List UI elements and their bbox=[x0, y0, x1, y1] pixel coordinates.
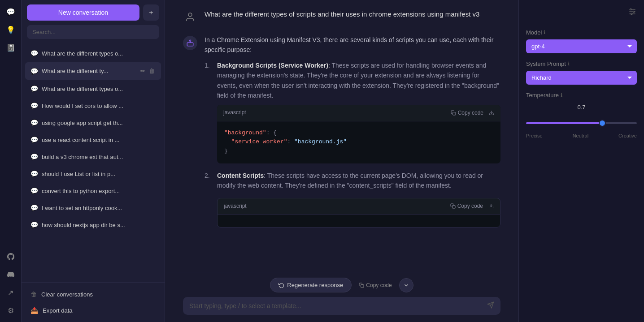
model-select[interactable]: gpt-4 gpt-3.5-turbo bbox=[526, 39, 637, 53]
chat-item-icon: 💬 bbox=[30, 187, 38, 194]
partial-code-actions: Copy code bbox=[450, 203, 494, 209]
panel-settings-button[interactable] bbox=[628, 7, 637, 18]
chat-area: What are the different types of scripts … bbox=[165, 0, 518, 272]
conversation-label: should I use List or list in p... bbox=[42, 171, 156, 177]
copy-code-bottom-label: Copy code bbox=[366, 282, 392, 288]
regenerate-button[interactable]: Regenerate response bbox=[270, 278, 352, 292]
github-nav-icon[interactable] bbox=[3, 249, 19, 265]
conversation-sidebar: New conversation 💬 What are the differen… bbox=[22, 0, 165, 322]
scroll-to-bottom-button[interactable] bbox=[399, 278, 413, 292]
conversation-item[interactable]: 💬 convert this to python export... bbox=[25, 183, 161, 199]
item-title: Content Scripts bbox=[217, 172, 264, 179]
right-panel: Model ℹ gpt-4 gpt-3.5-turbo System Promp… bbox=[518, 0, 644, 322]
item-colon: : bbox=[328, 62, 330, 69]
main-content: What are the different types of scripts … bbox=[165, 0, 518, 322]
code-body: "background": { "service_worker": "backg… bbox=[217, 121, 500, 163]
panel-header bbox=[526, 7, 637, 22]
list-item: 2. Content Scripts: These scripts have a… bbox=[205, 171, 500, 191]
conversation-list: 💬 What are the different types o... 💬 Wh… bbox=[22, 43, 165, 282]
code-header: javascript Copy code bbox=[217, 105, 500, 121]
temperature-neutral-label: Neutral bbox=[573, 133, 588, 138]
sidebar-footer: 🗑 Clear conversations 📤 Export data bbox=[22, 282, 165, 322]
conversation-item[interactable]: 💬 I want to set an httponly cook... bbox=[25, 200, 161, 216]
svg-point-13 bbox=[630, 9, 631, 10]
code-line: "service_worker": "background.js" bbox=[224, 137, 493, 147]
conversation-item[interactable]: 💬 build a v3 chrome ext that aut... bbox=[25, 149, 161, 165]
code-actions: Copy code bbox=[451, 110, 494, 116]
temperature-info-icon[interactable]: ℹ bbox=[561, 92, 562, 98]
download-partial-code-button[interactable] bbox=[488, 203, 494, 209]
svg-point-14 bbox=[633, 11, 635, 12]
chat-item-icon: 💬 bbox=[30, 136, 38, 143]
partial-code-body bbox=[217, 214, 500, 228]
system-prompt-select[interactable]: Richard Default Custom bbox=[526, 71, 637, 85]
bot-message-content: In a Chrome Extension using Manifest V3,… bbox=[205, 35, 500, 228]
model-label-text: Model bbox=[526, 29, 542, 36]
chat-item-icon: 💬 bbox=[30, 119, 38, 126]
user-avatar bbox=[183, 10, 197, 24]
bulb-nav-icon[interactable]: 💡 bbox=[3, 21, 19, 38]
bot-message: In a Chrome Extension using Manifest V3,… bbox=[183, 35, 500, 228]
user-message-text: What are the different types of scripts … bbox=[205, 9, 500, 24]
download-code-button[interactable] bbox=[489, 110, 494, 116]
regenerate-label: Regenerate response bbox=[287, 282, 343, 288]
delete-conversation-button[interactable]: 🗑 bbox=[148, 67, 156, 75]
search-input[interactable] bbox=[27, 25, 159, 39]
copy-code-bottom-button[interactable]: Copy code bbox=[359, 282, 392, 288]
conversation-item[interactable]: 💬 What are the different types o... bbox=[25, 81, 161, 97]
clear-conversations-button[interactable]: 🗑 Clear conversations bbox=[27, 286, 159, 302]
temperature-precise-label: Precise bbox=[526, 133, 543, 138]
conversation-item[interactable]: 💬 how should nextjs app dir be s... bbox=[25, 217, 161, 233]
trash-icon: 🗑 bbox=[30, 291, 37, 298]
icon-sidebar: 💬 💡 📓 ↗ ⚙ bbox=[0, 0, 22, 322]
model-info-icon[interactable]: ℹ bbox=[544, 30, 545, 35]
svg-rect-5 bbox=[452, 206, 455, 209]
export-icon: 📤 bbox=[30, 307, 38, 314]
conversation-label: How would I set cors to allow ... bbox=[42, 103, 156, 109]
code-line: } bbox=[224, 147, 493, 156]
sidebar-header: New conversation bbox=[22, 0, 165, 25]
code-language-label: javascript bbox=[223, 108, 246, 117]
model-label: Model ℹ bbox=[526, 29, 637, 36]
new-conversation-button[interactable]: New conversation bbox=[27, 4, 139, 21]
chat-nav-icon[interactable]: 💬 bbox=[3, 4, 19, 20]
code-block: javascript Copy code bbox=[217, 105, 500, 163]
send-message-button[interactable] bbox=[487, 301, 494, 310]
conversation-item[interactable]: 💬 use a react content script in ... bbox=[25, 132, 161, 148]
rename-conversation-button[interactable]: ✏ bbox=[139, 67, 146, 75]
chat-item-icon: 💬 bbox=[30, 85, 38, 92]
conversation-item[interactable]: 💬 using google app script get th... bbox=[25, 115, 161, 131]
chat-input[interactable] bbox=[189, 302, 483, 309]
temperature-slider[interactable] bbox=[526, 122, 637, 124]
export-data-button[interactable]: 📤 Export data bbox=[27, 302, 159, 318]
conversation-item[interactable]: 💬 How would I set cors to allow ... bbox=[25, 98, 161, 114]
temperature-creative-label: Creative bbox=[618, 133, 637, 138]
export-data-label: Export data bbox=[43, 307, 73, 314]
conversation-label: What are the different types o... bbox=[42, 50, 156, 57]
system-prompt-info-icon[interactable]: ℹ bbox=[568, 61, 570, 67]
notebook-nav-icon[interactable]: 📓 bbox=[3, 39, 19, 56]
item-title: Background Scripts (Service Worker) bbox=[217, 62, 328, 69]
conversation-item[interactable]: 💬 What are the different types o... bbox=[25, 45, 161, 61]
copy-partial-code-button[interactable]: Copy code bbox=[450, 203, 483, 209]
chat-item-icon: 💬 bbox=[30, 204, 38, 211]
conversation-item[interactable]: 💬 What are the different ty... ✏ 🗑 bbox=[25, 62, 161, 80]
settings-nav-icon[interactable]: ⚙ bbox=[3, 302, 19, 318]
bot-intro-text: In a Chrome Extension using Manifest V3,… bbox=[205, 35, 500, 55]
share-nav-icon[interactable]: ↗ bbox=[3, 284, 19, 301]
conversation-item[interactable]: 💬 should I use List or list in p... bbox=[25, 166, 161, 182]
copy-code-button[interactable]: Copy code bbox=[451, 110, 483, 116]
conversation-label: I want to set an httponly cook... bbox=[42, 205, 156, 211]
discord-nav-icon[interactable] bbox=[3, 266, 19, 283]
item-content: Content Scripts: These scripts have acce… bbox=[217, 171, 500, 191]
svg-rect-1 bbox=[187, 43, 193, 46]
chat-item-icon: 💬 bbox=[30, 68, 38, 75]
chat-input-area bbox=[183, 297, 500, 315]
copy-label: Copy code bbox=[457, 203, 483, 209]
conversation-label: using google app script get th... bbox=[42, 120, 156, 126]
new-conversation-icon-button[interactable] bbox=[143, 4, 159, 21]
item-colon: : bbox=[264, 172, 265, 179]
conversation-label: What are the different ty... bbox=[42, 68, 136, 74]
temperature-section: Temperature ℹ 0.7 Precise Neutral Creati… bbox=[526, 92, 637, 138]
chat-item-icon: 💬 bbox=[30, 170, 38, 177]
